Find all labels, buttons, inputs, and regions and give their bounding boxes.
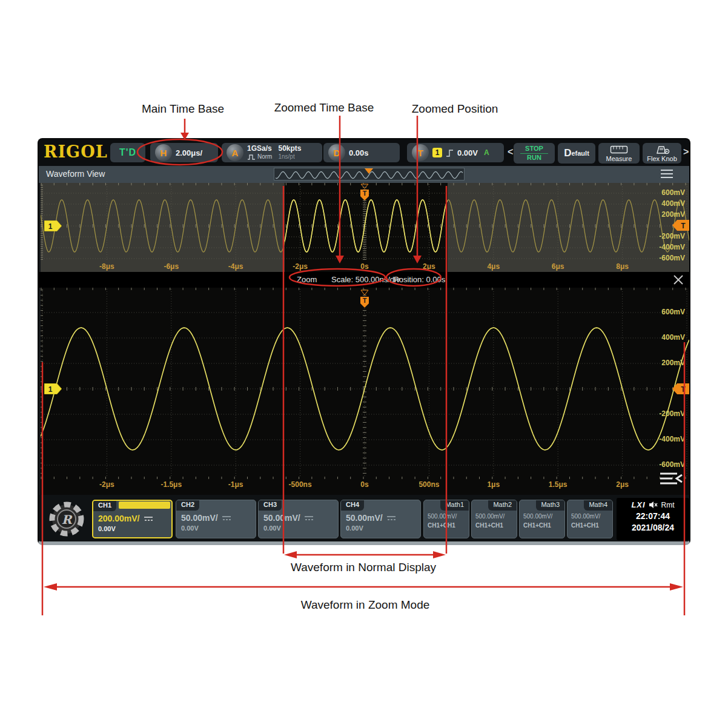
time-label: 0s — [360, 480, 368, 489]
channel-status-bar: R CH1 200.00mV/ 0.00V CH2 50.00mV/ 0.00V… — [39, 495, 689, 545]
math1-expression: CH1+CH1 — [424, 520, 469, 529]
default-button[interactable]: Default — [558, 143, 595, 164]
zoom-position-value: Position: 0.00s — [394, 275, 445, 284]
measure-button[interactable]: Measure — [598, 143, 640, 164]
ch3-scale: 50.00mV/ — [263, 513, 300, 523]
ch1-name: CH1 — [93, 501, 116, 511]
ch1-active-highlight — [119, 501, 170, 509]
math-card-math4[interactable]: Math4 500.00mV/ CH1+CH1 — [567, 500, 613, 538]
stop-label: STOP — [520, 145, 548, 154]
zoom-waveform-display[interactable]: 1 T T 600mV400mV200mV-200mV-400mV-600mV-… — [41, 288, 690, 495]
acquisition-button[interactable]: A 1GSa/s Norm 50kpts 1ns/pt — [222, 143, 322, 162]
trigger-button[interactable]: T 1 0.00V A — [407, 143, 504, 162]
time-label: 0s — [360, 262, 368, 271]
time-label: 2μs — [423, 262, 435, 271]
math1-name: Math1 — [440, 500, 469, 511]
preview-sine-icon — [274, 168, 464, 180]
trigger-level-marker-main[interactable]: T — [672, 220, 690, 233]
trigger-position-marker-zoom[interactable]: T — [360, 290, 369, 311]
voltage-label: -600mV — [659, 254, 685, 262]
time-label: -2μs — [99, 480, 114, 489]
default-label-rest: efault — [571, 150, 589, 157]
math4-expression: CH1+CH1 — [568, 520, 612, 529]
horizontal-timebase-button[interactable]: H 2.00μs/ — [150, 143, 218, 162]
stop-run-button[interactable]: STOP RUN — [514, 143, 555, 164]
dc-coupling-icon — [222, 515, 231, 521]
label-waveform-zoom-mode: Waveform in Zoom Mode — [301, 598, 430, 612]
time-label: 4μs — [487, 262, 500, 271]
math-card-math1[interactable]: Math1 500.00mV/ CH1+CH1 — [423, 500, 469, 538]
d-knob-icon: D — [328, 144, 345, 161]
measure-label: Measure — [606, 155, 632, 162]
svg-text:T: T — [681, 222, 686, 230]
dc-coupling-icon — [386, 515, 396, 521]
flex-knob-button[interactable]: Flex Knob — [643, 143, 681, 164]
main-timebase-value: 2.00μs/ — [176, 148, 202, 157]
a-knob-icon: A — [227, 144, 243, 161]
arrowhead — [433, 551, 446, 558]
math4-scale: 500.00mV/ — [568, 511, 612, 520]
ch3-offset: 0.00V — [259, 523, 338, 532]
memory-depth: 50kpts — [278, 145, 301, 153]
svg-text:T: T — [681, 385, 686, 394]
close-zoom-icon[interactable] — [672, 274, 684, 288]
system-time: 22:07:44 — [617, 511, 689, 521]
toolbar-next-chevron[interactable]: > — [683, 147, 689, 157]
time-label: -1.5μs — [160, 480, 182, 489]
math2-expression: CH1+CH1 — [472, 520, 517, 529]
system-status-block[interactable]: LXI Rmt 22:07:44 2021/08/24 — [617, 498, 689, 540]
h-knob-icon: H — [155, 144, 172, 161]
ch4-offset: 0.00V — [341, 523, 420, 532]
ch2-offset: 0.00V — [176, 523, 256, 532]
trigger-position-marker-main[interactable]: T — [360, 184, 369, 204]
flex-knob-label: Flex Knob — [647, 155, 677, 162]
lxi-label: LXI — [631, 500, 645, 509]
display-menu-icon[interactable] — [660, 471, 683, 488]
dc-coupling-icon — [144, 515, 153, 521]
menu-hamburger-icon[interactable] — [660, 169, 673, 181]
waveform-view-title: Waveform View — [46, 169, 105, 179]
voltage-label: -200mV — [659, 232, 685, 240]
channel-card-ch2[interactable]: CH2 50.00mV/ 0.00V — [176, 500, 256, 538]
time-label: 8μs — [616, 262, 629, 271]
voltage-label: 200mV — [661, 210, 685, 219]
trigger-status-indicator[interactable]: T'D — [110, 143, 145, 162]
time-label: -8μs — [99, 262, 114, 271]
label-waveform-normal-display: Waveform in Normal Display — [291, 561, 436, 574]
pulse-mode-icon — [247, 153, 256, 160]
voltage-label: -200mV — [659, 409, 685, 418]
t-knob-icon: T — [412, 144, 429, 161]
time-label: 1.5μs — [549, 480, 568, 489]
svg-text:1: 1 — [48, 385, 53, 394]
ch3-name: CH3 — [259, 500, 282, 511]
arrowhead — [284, 551, 297, 558]
system-date: 2021/08/24 — [617, 523, 689, 532]
channel1-position-marker[interactable]: 1 — [44, 220, 62, 234]
rigol-gear-logo[interactable]: R — [42, 497, 91, 543]
toolbar-prev-chevron[interactable]: < — [508, 147, 513, 157]
channel-card-ch3[interactable]: CH3 50.00mV/ 0.00V — [258, 500, 339, 538]
ruler-icon — [610, 145, 628, 154]
time-label: 1μs — [487, 480, 500, 489]
voltage-label: -400mV — [659, 243, 685, 251]
math-card-math2[interactable]: Math2 500.00mV/ CH1+CH1 — [471, 500, 517, 538]
channel1-position-marker-zoom[interactable]: 1 — [44, 383, 62, 397]
trigger-mode: A — [484, 148, 489, 157]
run-label: RUN — [520, 154, 548, 162]
waveform-preview-strip[interactable] — [274, 168, 465, 180]
main-waveform-display[interactable]: 1 T T 600mV400mV200mV-200mV-400mV-600mV-… — [41, 183, 690, 272]
ch1-offset: 0.00V — [93, 523, 171, 532]
channel-card-ch1[interactable]: CH1 200.00mV/ 0.00V — [92, 500, 173, 538]
trigger-level-marker-zoom[interactable]: T — [672, 383, 690, 397]
math-card-math3[interactable]: Math3 500.00mV/ CH1+CH1 — [519, 500, 565, 538]
math4-name: Math4 — [584, 500, 612, 511]
time-label: 6μs — [552, 262, 564, 271]
time-label: -6μs — [164, 262, 179, 271]
svg-text:R: R — [62, 512, 73, 527]
channel-card-ch4[interactable]: CH4 50.00mV/ 0.00V — [340, 500, 421, 538]
delay-button[interactable]: D 0.00s — [323, 143, 400, 162]
voltage-label: 400mV — [661, 333, 685, 342]
arrowhead — [44, 583, 57, 591]
ch2-name: CH2 — [176, 500, 199, 511]
sample-rate: 1GSa/s — [247, 145, 272, 153]
